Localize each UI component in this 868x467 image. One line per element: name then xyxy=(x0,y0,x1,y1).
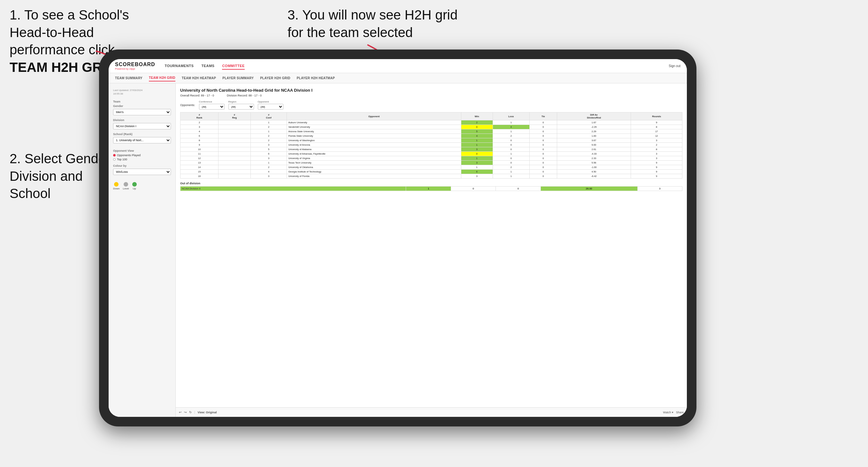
records-row: Overall Record: 89 - 17 - 0 Division Rec… xyxy=(180,94,682,97)
nav-tournaments[interactable]: TOURNAMENTS xyxy=(165,63,194,70)
region-label: Region xyxy=(228,100,254,103)
col-tie: Tie xyxy=(529,113,557,120)
gender-label: Gender xyxy=(113,104,171,107)
table-row: 41 Arizona State University 510 2.2917 xyxy=(181,129,682,134)
col-win: Win xyxy=(461,113,493,120)
table-row: 32 Vanderbilt University 040 -2.298 xyxy=(181,125,682,129)
view-label: View: Original xyxy=(198,411,217,414)
colour-by-label: Colour by xyxy=(113,164,171,167)
col-rounds: Rounds xyxy=(631,113,682,120)
legend-down: Down xyxy=(113,182,120,190)
out-of-division-row: NCAA Division II 1 0 0 26.00 3 xyxy=(181,187,682,191)
col-rank: #Rank xyxy=(181,113,219,120)
col-loss: Loss xyxy=(493,113,529,120)
watch-button[interactable]: Watch ▾ xyxy=(663,411,674,414)
table-row: 105 University of Alabama 300 2.618 xyxy=(181,147,682,152)
radio-opponents-played[interactable]: Opponents Played xyxy=(113,154,171,157)
sub-nav-player-h2h-heatmap[interactable]: PLAYER H2H HEATMAP xyxy=(297,75,335,81)
bottom-toolbar: ↩ ↪ ↻ | View: Original Watch ▾ Share xyxy=(176,407,687,417)
tablet-screen: SCOREBOARD Powered by clippi TOURNAMENTS… xyxy=(108,59,687,417)
radio-dot-opponents xyxy=(113,154,116,157)
legend-row: Down Level Up xyxy=(113,182,171,190)
sub-nav-player-summary[interactable]: PLAYER SUMMARY xyxy=(222,75,254,81)
legend-label-down: Down xyxy=(113,187,120,190)
last-updated: Last Updated: 27/03/2024 16:55:38 xyxy=(113,89,171,95)
table-row: 116 University of Arkansas, Fayetteville… xyxy=(181,152,682,156)
table-row: 131 Texas Tech University 300 5.569 xyxy=(181,161,682,165)
conference-label: Conference xyxy=(199,100,225,103)
table-row: 163 University of Florida 310 -6.429 xyxy=(181,174,682,179)
opponent-select[interactable]: (All) xyxy=(258,104,283,110)
legend-label-level: Level xyxy=(123,187,129,190)
overall-record: Overall Record: 89 - 17 - 0 xyxy=(180,94,214,97)
gender-select[interactable]: Men's xyxy=(113,109,171,115)
col-diff: Diff AvStrokes/Rnd xyxy=(557,113,631,120)
division-record: Division Record: 88 - 17 - 0 xyxy=(227,94,261,97)
table-row: 62 Florida State University 420 1.8312 xyxy=(181,134,682,138)
conference-select[interactable]: (All) xyxy=(199,104,225,110)
instruction-text-2c: School xyxy=(9,186,51,201)
sub-navbar: TEAM SUMMARY TEAM H2H GRID TEAM H2H HEAT… xyxy=(108,73,687,83)
table-row: 142 University of Oklahoma 120 -1.009 xyxy=(181,165,682,169)
region-select[interactable]: (All) xyxy=(228,104,254,110)
table-row: 154 Georgia Institute of Technology 610 … xyxy=(181,169,682,174)
table-row: 21 Auburn University 210 1.679 xyxy=(181,120,682,125)
opponent-view-label: Opponent View xyxy=(113,149,171,152)
tablet-frame: SCOREBOARD Powered by clippi TOURNAMENTS… xyxy=(99,50,696,427)
school-select[interactable]: 1. University of Nort... xyxy=(113,137,171,144)
col-conf: #Conf xyxy=(250,113,287,120)
sub-nav-team-summary[interactable]: TEAM SUMMARY xyxy=(115,75,143,81)
logo-text: SCOREBOARD xyxy=(115,62,155,67)
redo-icon[interactable]: ↪ xyxy=(184,410,187,414)
filter-row: Opponents: Conference (All) Region (All) xyxy=(180,100,682,110)
share-button[interactable]: Share xyxy=(676,411,684,414)
h2h-table: #Rank #Reg #Conf Opponent Win Loss Tie D… xyxy=(180,112,682,179)
division-label: Division xyxy=(113,119,171,122)
conference-filter: Conference (All) xyxy=(199,100,225,110)
table-row: 93 University of Arizona 100 9.002 xyxy=(181,143,682,147)
sub-nav-player-h2h-grid[interactable]: PLAYER H2H GRID xyxy=(260,75,290,81)
table-row: 123 University of Virginia 100 2.333 xyxy=(181,156,682,161)
opponent-filter: Opponent (All) xyxy=(258,100,283,110)
nav-committee[interactable]: COMMITTEE xyxy=(222,63,245,70)
grid-title: University of North Carolina Head-to-Hea… xyxy=(180,88,682,93)
toolbar-divider: | xyxy=(194,410,195,414)
school-label: School (Rank) xyxy=(113,132,171,136)
radio-label-top100: Top 100 xyxy=(117,158,127,161)
col-reg: #Reg xyxy=(219,113,251,120)
undo-icon[interactable]: ↩ xyxy=(179,410,182,414)
out-of-division-table: NCAA Division II 1 0 0 26.00 3 xyxy=(180,186,682,191)
radio-top100[interactable]: Top 100 xyxy=(113,158,171,161)
sub-nav-team-h2h-grid[interactable]: TEAM H2H GRID xyxy=(149,75,176,82)
refresh-icon[interactable]: ↻ xyxy=(189,410,192,414)
radio-label-opponents: Opponents Played xyxy=(117,154,141,157)
logo-sub: Powered by clippi xyxy=(115,67,155,70)
division-select[interactable]: NCAA Division I xyxy=(113,123,171,129)
col-opponent: Opponent xyxy=(287,113,461,120)
legend-up: Up xyxy=(132,182,137,190)
opponents-filter-label: Opponents: xyxy=(180,103,195,107)
colour-by-select[interactable]: Win/Loss xyxy=(113,169,171,175)
app-navbar: SCOREBOARD Powered by clippi TOURNAMENTS… xyxy=(108,59,687,73)
last-updated-time: 16:55:38 xyxy=(113,92,123,95)
main-content: Last Updated: 27/03/2024 16:55:38 Team G… xyxy=(108,83,687,417)
sign-out-link[interactable]: Sign out xyxy=(669,64,680,68)
nav-items: TOURNAMENTS TEAMS COMMITTEE xyxy=(165,63,669,70)
logo-area: SCOREBOARD Powered by clippi xyxy=(115,62,155,70)
legend-dot-up xyxy=(132,182,137,187)
instruction-top-right: 3. You will now see H2H grid for the tea… xyxy=(287,6,473,41)
nav-teams[interactable]: TEAMS xyxy=(201,63,214,70)
legend-level: Level xyxy=(123,182,129,190)
radio-group: Opponents Played Top 100 xyxy=(113,154,171,161)
grid-area: University of North Carolina Head-to-Hea… xyxy=(176,83,687,417)
legend-dot-down xyxy=(114,182,119,187)
region-filter: Region (All) xyxy=(228,100,254,110)
instruction-text-2a: 2. Select Gender, xyxy=(9,151,114,166)
last-updated-label: Last Updated: 27/03/2024 xyxy=(113,89,143,92)
legend-dot-level xyxy=(124,182,128,187)
legend-label-up: Up xyxy=(132,187,136,190)
team-label: Team xyxy=(113,100,171,103)
left-panel: Last Updated: 27/03/2024 16:55:38 Team G… xyxy=(108,83,176,417)
out-of-division-label: Out of division xyxy=(180,182,682,185)
sub-nav-team-h2h-heatmap[interactable]: TEAM H2H HEATMAP xyxy=(182,75,216,81)
